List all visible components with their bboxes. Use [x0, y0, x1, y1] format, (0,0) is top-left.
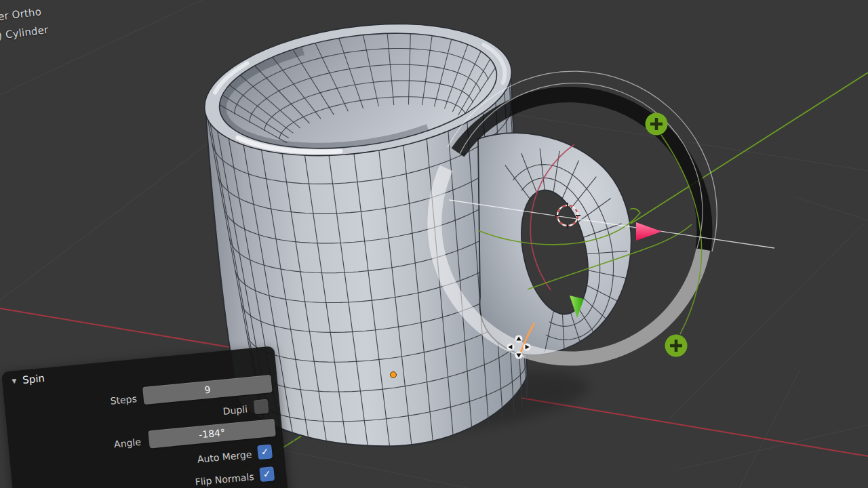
panel-title: Spin [22, 372, 45, 386]
flip-normals-label: Flip Normals [135, 471, 255, 488]
steps-label: Steps [32, 393, 138, 414]
panel-collapse-icon[interactable]: ▼ [12, 378, 17, 385]
blender-3d-viewport: er Ortho ) Cylinder ▼ Spin Steps 9 Dupli… [0, 0, 868, 488]
steps-field[interactable]: 9 [142, 375, 273, 405]
angle-label: Angle [36, 436, 142, 458]
dupli-label: Dupli [169, 404, 248, 422]
angle-field[interactable]: -184° [148, 419, 276, 449]
add-spin-step-button-bottom[interactable] [665, 335, 688, 357]
dupli-checkbox[interactable]: ✓ [254, 399, 269, 415]
object-origin-dot [391, 372, 397, 378]
spin-panel-header[interactable]: ▼ Spin [12, 372, 45, 388]
auto-merge-checkbox[interactable]: ✓ [257, 444, 273, 460]
auto-merge-label: Auto Merge [139, 449, 252, 470]
add-spin-step-button-top[interactable] [646, 113, 668, 136]
flip-normals-checkbox[interactable]: ✓ [259, 466, 275, 482]
